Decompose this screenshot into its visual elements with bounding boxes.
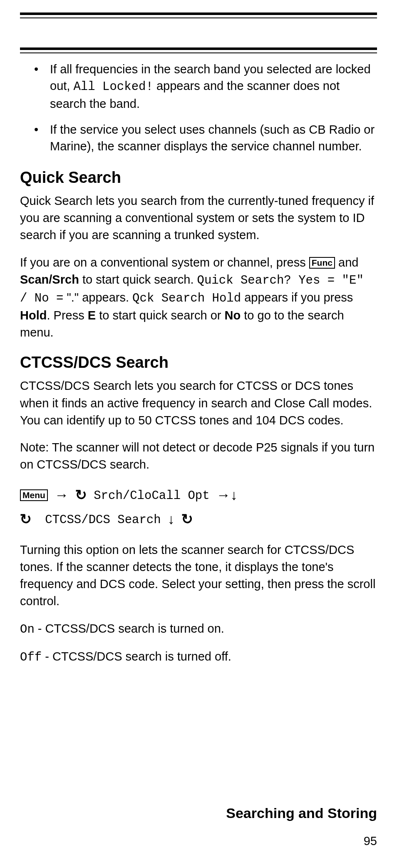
func-key: Func — [309, 257, 335, 269]
manual-page: If all frequencies in the search band yo… — [0, 0, 397, 868]
ctcss-off-line: Off - CTCSS/DCS search is turned off. — [20, 648, 377, 666]
qs-text: If you are on a conventional system or c… — [20, 256, 309, 269]
second-rule-thick — [20, 47, 377, 50]
bullet-text: If the service you select uses channels … — [50, 123, 375, 153]
qs-text: to start quick search. — [79, 273, 197, 286]
menu-navigation: Menu Srch/CloCall Opt CTCSS/DCS Search — [20, 483, 377, 531]
second-rule-thin — [20, 52, 377, 53]
nav-item: CTCSS/DCS Search — [45, 513, 161, 527]
qs-text: and — [338, 256, 358, 269]
footer-section-title: Searching and Storing — [226, 805, 377, 821]
top-rule-thick — [20, 12, 377, 15]
no-label: No — [225, 309, 241, 322]
ctcss-on-line: On - CTCSS/DCS search is turned on. — [20, 620, 377, 638]
off-code: Off — [20, 651, 42, 664]
quick-search-para1: Quick Search lets you search from the cu… — [20, 192, 377, 244]
e-label: E — [88, 309, 96, 322]
qs-code: Qck Search Hold — [132, 292, 241, 305]
scroll-icon — [181, 512, 193, 526]
ctcss-note: Note: The scanner will not detect or dec… — [20, 439, 377, 473]
menu-key: Menu — [20, 489, 48, 501]
bullet-item: If all frequencies in the search band yo… — [20, 61, 377, 112]
qs-text: to start quick search or — [96, 309, 224, 322]
nav-item: Srch/CloCall Opt — [94, 489, 209, 503]
arrow-down-icon — [168, 512, 175, 526]
arrow-down-icon — [231, 488, 238, 501]
quick-search-para2: If you are on a conventional system or c… — [20, 254, 377, 342]
ctcss-para2: Turning this option on lets the scanner … — [20, 541, 377, 610]
quick-search-heading: Quick Search — [20, 169, 377, 187]
page-number: 95 — [364, 834, 377, 848]
on-text: - CTCSS/DCS search is turned on. — [35, 622, 224, 635]
scan-srch-label: Scan/Srch — [20, 273, 79, 286]
bullet-item: If the service you select uses channels … — [20, 121, 377, 155]
scroll-icon — [20, 512, 32, 526]
bullet-code: All Locked! — [73, 80, 153, 94]
scroll-icon — [75, 488, 87, 501]
off-text: - CTCSS/DCS search is turned off. — [42, 650, 231, 663]
ctcss-heading: CTCSS/DCS Search — [20, 354, 377, 372]
qs-text: . Press — [47, 309, 87, 322]
qs-quote-dot: "." — [63, 291, 82, 304]
ctcss-para1: CTCSS/DCS Search lets you search for CTC… — [20, 377, 377, 429]
on-code: On — [20, 623, 35, 636]
intro-bullets: If all frequencies in the search band yo… — [20, 61, 377, 155]
arrow-right-icon — [216, 488, 231, 501]
hold-label: Hold — [20, 309, 47, 322]
qs-text: appears. — [82, 291, 132, 304]
arrow-right-icon — [55, 488, 69, 501]
qs-text: appears if you press — [241, 291, 353, 304]
